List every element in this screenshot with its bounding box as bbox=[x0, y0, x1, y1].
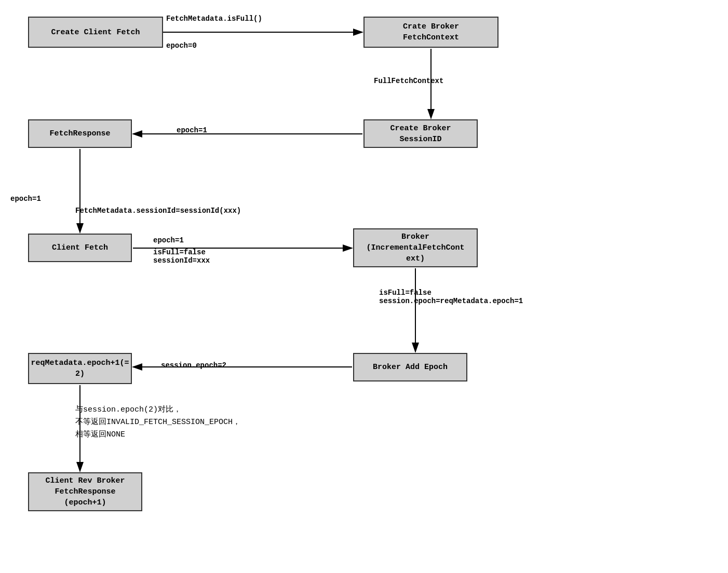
label-session-epoch2: session.epoch=2 bbox=[161, 361, 226, 370]
label-sessionid: FetchMetadata.sessionId=sessionId(xxx) bbox=[75, 207, 241, 215]
node-fetch-response: FetchResponse bbox=[28, 119, 132, 148]
node-broker-incremental: Broker (IncrementalFetchCont ext) bbox=[353, 228, 478, 267]
node-create-client-fetch: Create Client Fetch bbox=[28, 17, 163, 48]
node-crate-broker-fetch-context: Crate Broker FetchContext bbox=[363, 17, 498, 48]
node-req-metadata: reqMetadata.epoch+1(= 2) bbox=[28, 353, 132, 384]
label-isfull: isFull=false sessionId=xxx bbox=[153, 248, 210, 265]
label-epoch0: epoch=0 bbox=[166, 42, 197, 50]
label-epoch1-right: epoch=1 bbox=[153, 236, 184, 244]
label-epoch1-left: epoch=1 bbox=[177, 126, 207, 134]
node-create-broker-session-id: Create Broker SessionID bbox=[363, 119, 478, 148]
label-epoch1-side: epoch=1 bbox=[10, 195, 41, 203]
node-client-rev-broker: Client Rev Broker FetchResponse (epoch+1… bbox=[28, 472, 142, 511]
label-compare: 与session.epoch(2)对比， 不等返回INVALID_FETCH_S… bbox=[75, 404, 240, 441]
label-isfull2: isFull=false session.epoch=reqMetadata.e… bbox=[379, 289, 523, 305]
diagram: Create Client Fetch Crate Broker FetchCo… bbox=[0, 0, 728, 573]
node-broker-add-epoch: Broker Add Epoch bbox=[353, 353, 467, 381]
label-fullfetchcontext: FullFetchContext bbox=[374, 77, 443, 85]
node-client-fetch: Client Fetch bbox=[28, 234, 132, 262]
label-fetchmetadata: FetchMetadata.isFull() bbox=[166, 15, 262, 23]
